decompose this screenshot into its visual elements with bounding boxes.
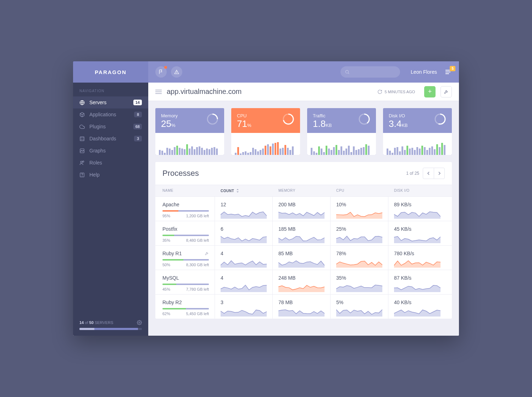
card-sparkline [231,133,300,155]
page-title: app.virtualmachine.com [167,88,242,96]
card-value: 25% [161,118,206,129]
sparkline [221,209,267,221]
table-row[interactable]: Apache 95%1,200 GB left 12 200 MB 10% 89… [155,197,452,221]
table-row[interactable]: Ruby R2 62%5,450 GB left 3 78 MB 5% 40 K… [155,295,452,319]
disk-value: 780 KB/s [394,251,440,256]
usage-bar [162,284,209,285]
sidebar-item-roles[interactable]: Roles [73,157,148,169]
stat-cards: Memory 25% CPU 71% Traffic 1.8KB Disk I/… [148,101,459,162]
process-name: Ruby R1 [162,251,209,256]
svg-point-7 [81,161,82,163]
brand-logo: PARAGON [73,61,148,83]
sparkline [336,258,382,270]
grid-icon [79,136,87,141]
svg-point-10 [82,176,82,176]
count-value: 4 [221,275,267,281]
sidebar-item-servers[interactable]: Servers 14 [73,96,148,108]
memory-value: 85 MB [278,251,325,256]
sparkline [394,258,440,270]
add-button[interactable]: + [424,86,436,97]
memory-value: 185 MB [278,226,325,232]
nav-section-label: NAVIGATION [73,83,148,96]
nav-label: Roles [89,160,142,166]
processes-panel: Processes 1 of 25 NAME COUN [155,162,452,319]
svg-point-5 [83,139,83,140]
count-value: 6 [221,226,267,232]
cpu-value: 25% [336,226,382,232]
usage-left: 5,450 GB left [186,312,209,316]
last-updated: 5 MINUTES AGO [384,90,415,94]
nav-label: Graphs [89,148,142,153]
progress-ring-icon [434,113,446,125]
card-value: 71% [237,118,282,129]
process-name: Postfix [162,226,209,232]
sparkline [336,307,382,319]
usage-bar [162,308,209,309]
usage-left: 7,780 GB left [186,287,209,291]
hamburger-icon[interactable] [155,89,162,94]
col-disk[interactable]: DISK I/O [388,189,446,193]
usage-left: 8,300 GB left [186,263,209,267]
table-row[interactable]: MySQL 45%7,780 GB left 4 248 MB 35% 87 K… [155,270,452,295]
menu-button[interactable]: 5 [445,69,452,74]
page-indicator: 1 of 25 [406,171,419,176]
settings-button[interactable] [440,86,452,97]
user-name[interactable]: Leon Flores [411,69,437,75]
subheader: app.virtualmachine.com 5 MINUTES AGO + [148,83,459,101]
nav-badge: 14 [133,100,142,105]
stat-card-traffic[interactable]: Traffic 1.8KB [307,108,376,155]
progress-ring-icon [282,113,294,125]
col-count[interactable]: COUNT [215,189,273,193]
progress-ring-icon [358,113,370,125]
sparkline [278,209,325,221]
card-sparkline [307,133,376,155]
sparkline [394,307,440,319]
sparkline [221,258,267,270]
sparkline [221,307,267,319]
sparkline [336,282,382,294]
usage-bar [162,235,209,236]
flag-button[interactable] [155,66,167,78]
stat-card-memory[interactable]: Memory 25% [155,108,224,155]
usage-pct: 50% [162,263,170,267]
nav-label: Dashboards [89,136,134,141]
nav-badge: 68 [133,124,142,129]
usage-pct: 35% [162,238,170,242]
image-icon [79,148,87,153]
stat-card-diskio[interactable]: Disk I/O 3.4KB [383,108,452,155]
sidebar-item-applications[interactable]: Applications 8 [73,108,148,121]
sidebar-item-dashboards[interactable]: Dashboards 3 [73,133,148,145]
refresh-icon[interactable] [377,89,382,94]
sidebar-item-graphs[interactable]: Graphs [73,145,148,157]
sidebar-item-plugins[interactable]: Plugins 68 [73,121,148,133]
table-row[interactable]: Ruby R1 50%8,300 GB left 4 85 MB 78% 780… [155,246,452,270]
col-memory[interactable]: MEMORY [273,189,331,193]
nav-list: Servers 14 Applications 8 Plugins 68 Das… [73,96,148,315]
notification-dot [164,66,167,69]
sparkline [278,233,325,245]
svg-point-2 [81,138,81,138]
globe-icon [79,100,87,105]
svg-point-11 [139,322,140,323]
progress-ring-icon [206,113,218,125]
svg-point-14 [345,70,348,73]
page-prev-button[interactable] [423,168,434,179]
nav-label: Servers [89,100,133,105]
stat-card-cpu[interactable]: CPU 71% [231,108,300,155]
svg-point-4 [81,139,81,140]
process-name: Ruby R2 [162,300,209,305]
table-body: Apache 95%1,200 GB left 12 200 MB 10% 89… [155,197,452,319]
col-cpu[interactable]: CPU [331,189,388,193]
topbar: Leon Flores 5 [148,61,459,83]
sparkline [394,282,440,294]
sidebar-item-help[interactable]: Help [73,169,148,181]
search-input[interactable] [340,66,400,78]
gear-icon[interactable] [137,320,142,325]
alert-button[interactable] [171,66,182,78]
nav-label: Help [89,172,142,178]
table-row[interactable]: Postfix 35%8,480 GB left 6 185 MB 25% 45… [155,221,452,246]
col-name[interactable]: NAME [155,189,215,193]
wrench-icon[interactable] [205,251,209,256]
page-next-button[interactable] [434,168,444,179]
usage-left: 1,200 GB left [186,214,209,218]
